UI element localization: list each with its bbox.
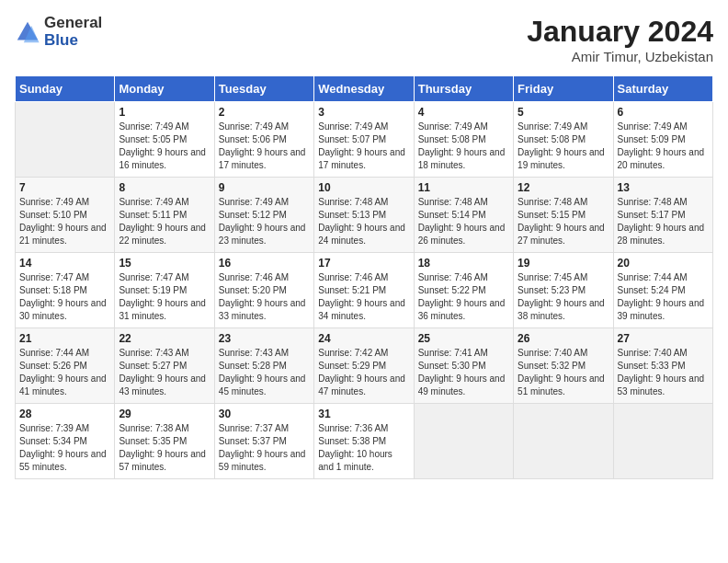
day-number: 15 [119, 257, 210, 270]
day-info: Sunrise: 7:48 AMSunset: 5:15 PMDaylight:… [518, 197, 605, 246]
day-info: Sunrise: 7:49 AMSunset: 5:12 PMDaylight:… [219, 197, 306, 246]
day-cell [414, 404, 513, 479]
day-number: 19 [518, 257, 609, 270]
col-header-saturday: Saturday [613, 76, 712, 102]
calendar-table: SundayMondayTuesdayWednesdayThursdayFrid… [15, 75, 713, 479]
logo-blue: Blue [44, 32, 102, 50]
day-number: 16 [219, 257, 310, 270]
subtitle: Amir Timur, Uzbekistan [527, 49, 713, 64]
col-header-tuesday: Tuesday [214, 76, 313, 102]
logo: General Blue [15, 15, 102, 49]
day-number: 8 [119, 181, 210, 194]
day-cell: 22 Sunrise: 7:43 AMSunset: 5:27 PMDaylig… [115, 328, 214, 404]
day-number: 10 [318, 181, 409, 194]
day-number: 5 [518, 106, 609, 119]
day-info: Sunrise: 7:43 AMSunset: 5:27 PMDaylight:… [119, 348, 206, 396]
day-cell: 16 Sunrise: 7:46 AMSunset: 5:20 PMDaylig… [214, 253, 313, 328]
week-row-1: 1 Sunrise: 7:49 AMSunset: 5:05 PMDayligh… [16, 102, 713, 178]
day-number: 22 [119, 332, 210, 345]
day-info: Sunrise: 7:49 AMSunset: 5:09 PMDaylight:… [618, 121, 705, 170]
main-title: January 2024 [527, 15, 713, 49]
week-row-3: 14 Sunrise: 7:47 AMSunset: 5:18 PMDaylig… [16, 253, 713, 328]
day-number: 24 [318, 332, 409, 345]
day-number: 13 [618, 181, 709, 194]
col-header-friday: Friday [514, 76, 613, 102]
day-info: Sunrise: 7:47 AMSunset: 5:19 PMDaylight:… [119, 272, 206, 321]
day-cell: 3 Sunrise: 7:49 AMSunset: 5:07 PMDayligh… [314, 102, 414, 178]
day-cell: 2 Sunrise: 7:49 AMSunset: 5:06 PMDayligh… [214, 102, 313, 178]
day-number: 2 [219, 106, 310, 119]
day-cell: 28 Sunrise: 7:39 AMSunset: 5:34 PMDaylig… [16, 404, 115, 479]
day-cell: 27 Sunrise: 7:40 AMSunset: 5:33 PMDaylig… [613, 328, 712, 404]
day-info: Sunrise: 7:47 AMSunset: 5:18 PMDaylight:… [19, 272, 107, 321]
day-number: 3 [318, 106, 409, 119]
day-number: 21 [19, 332, 110, 345]
day-info: Sunrise: 7:46 AMSunset: 5:21 PMDaylight:… [318, 272, 405, 321]
logo-icon [15, 19, 40, 45]
day-cell: 13 Sunrise: 7:48 AMSunset: 5:17 PMDaylig… [613, 178, 712, 253]
day-cell: 6 Sunrise: 7:49 AMSunset: 5:09 PMDayligh… [613, 102, 712, 178]
day-info: Sunrise: 7:36 AMSunset: 5:38 PMDaylight:… [318, 423, 392, 472]
day-info: Sunrise: 7:41 AMSunset: 5:30 PMDaylight:… [418, 348, 506, 396]
day-info: Sunrise: 7:46 AMSunset: 5:20 PMDaylight:… [219, 272, 306, 321]
day-info: Sunrise: 7:49 AMSunset: 5:08 PMDaylight:… [418, 121, 506, 170]
day-info: Sunrise: 7:49 AMSunset: 5:11 PMDaylight:… [119, 197, 206, 246]
day-cell: 15 Sunrise: 7:47 AMSunset: 5:19 PMDaylig… [115, 253, 214, 328]
day-number: 4 [418, 106, 509, 119]
day-info: Sunrise: 7:38 AMSunset: 5:35 PMDaylight:… [119, 423, 206, 472]
title-area: January 2024 Amir Timur, Uzbekistan [527, 15, 713, 64]
day-cell: 29 Sunrise: 7:38 AMSunset: 5:35 PMDaylig… [115, 404, 214, 479]
day-cell: 17 Sunrise: 7:46 AMSunset: 5:21 PMDaylig… [314, 253, 414, 328]
day-info: Sunrise: 7:42 AMSunset: 5:29 PMDaylight:… [318, 348, 405, 396]
day-cell: 9 Sunrise: 7:49 AMSunset: 5:12 PMDayligh… [214, 178, 313, 253]
day-info: Sunrise: 7:44 AMSunset: 5:26 PMDaylight:… [19, 348, 107, 396]
day-cell: 21 Sunrise: 7:44 AMSunset: 5:26 PMDaylig… [16, 328, 115, 404]
day-info: Sunrise: 7:43 AMSunset: 5:28 PMDaylight:… [219, 348, 306, 396]
col-header-sunday: Sunday [16, 76, 115, 102]
day-cell: 8 Sunrise: 7:49 AMSunset: 5:11 PMDayligh… [115, 178, 214, 253]
day-number: 20 [618, 257, 709, 270]
day-number: 26 [518, 332, 609, 345]
day-number: 30 [219, 408, 310, 420]
day-number: 6 [618, 106, 709, 119]
logo-general: General [44, 15, 102, 32]
week-row-2: 7 Sunrise: 7:49 AMSunset: 5:10 PMDayligh… [16, 178, 713, 253]
day-cell: 31 Sunrise: 7:36 AMSunset: 5:38 PMDaylig… [314, 404, 414, 479]
day-cell: 14 Sunrise: 7:47 AMSunset: 5:18 PMDaylig… [16, 253, 115, 328]
day-info: Sunrise: 7:49 AMSunset: 5:06 PMDaylight:… [219, 121, 306, 170]
col-header-thursday: Thursday [414, 76, 513, 102]
day-cell [16, 102, 115, 178]
day-number: 25 [418, 332, 509, 345]
day-info: Sunrise: 7:48 AMSunset: 5:17 PMDaylight:… [618, 197, 705, 246]
day-info: Sunrise: 7:49 AMSunset: 5:05 PMDaylight:… [119, 121, 206, 170]
day-info: Sunrise: 7:49 AMSunset: 5:10 PMDaylight:… [19, 197, 107, 246]
day-info: Sunrise: 7:40 AMSunset: 5:32 PMDaylight:… [518, 348, 605, 396]
day-number: 27 [618, 332, 709, 345]
day-cell: 5 Sunrise: 7:49 AMSunset: 5:08 PMDayligh… [514, 102, 613, 178]
day-cell: 30 Sunrise: 7:37 AMSunset: 5:37 PMDaylig… [214, 404, 313, 479]
day-cell: 10 Sunrise: 7:48 AMSunset: 5:13 PMDaylig… [314, 178, 414, 253]
day-number: 28 [19, 408, 110, 420]
day-cell: 11 Sunrise: 7:48 AMSunset: 5:14 PMDaylig… [414, 178, 513, 253]
logo-text: General Blue [44, 15, 102, 49]
day-info: Sunrise: 7:46 AMSunset: 5:22 PMDaylight:… [418, 272, 506, 321]
day-info: Sunrise: 7:40 AMSunset: 5:33 PMDaylight:… [618, 348, 705, 396]
day-number: 18 [418, 257, 509, 270]
day-number: 11 [418, 181, 509, 194]
day-cell [514, 404, 613, 479]
day-number: 23 [219, 332, 310, 345]
header-row: SundayMondayTuesdayWednesdayThursdayFrid… [16, 76, 713, 102]
day-number: 7 [19, 181, 110, 194]
day-info: Sunrise: 7:49 AMSunset: 5:07 PMDaylight:… [318, 121, 405, 170]
header: General Blue January 2024 Amir Timur, Uz… [15, 15, 713, 64]
day-number: 1 [119, 106, 210, 119]
day-info: Sunrise: 7:44 AMSunset: 5:24 PMDaylight:… [618, 272, 705, 321]
day-cell [613, 404, 712, 479]
day-number: 17 [318, 257, 409, 270]
day-cell: 7 Sunrise: 7:49 AMSunset: 5:10 PMDayligh… [16, 178, 115, 253]
day-number: 9 [219, 181, 310, 194]
day-cell: 1 Sunrise: 7:49 AMSunset: 5:05 PMDayligh… [115, 102, 214, 178]
day-info: Sunrise: 7:48 AMSunset: 5:13 PMDaylight:… [318, 197, 405, 246]
week-row-5: 28 Sunrise: 7:39 AMSunset: 5:34 PMDaylig… [16, 404, 713, 479]
day-number: 12 [518, 181, 609, 194]
